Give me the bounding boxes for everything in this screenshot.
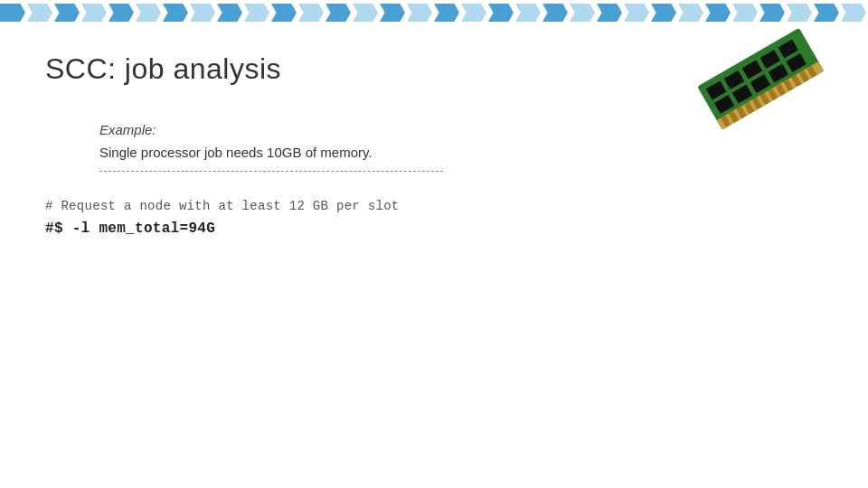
chevron-item	[298, 4, 324, 22]
chevron-item	[542, 4, 568, 22]
chevron-item	[244, 4, 269, 22]
code-line: #$ -l mem_total=94G	[45, 221, 823, 237]
example-section: Example: Single processor job needs 10GB…	[99, 122, 823, 172]
page-title: SCC: job analysis	[45, 52, 823, 86]
chevron-item	[54, 4, 80, 22]
code-section: # Request a node with at least 12 GB per…	[45, 199, 823, 237]
chevron-item	[515, 4, 541, 22]
section-divider	[99, 171, 443, 172]
chevron-item	[190, 4, 215, 22]
example-description: Single processor job needs 10GB of memor…	[99, 145, 823, 160]
main-content: SCC: job analysis Example: Single proces…	[0, 25, 868, 488]
chevron-item	[651, 4, 676, 22]
chevron-item	[271, 4, 297, 22]
chevron-item	[597, 4, 622, 22]
chevron-item	[841, 4, 866, 22]
chevron-item	[108, 4, 134, 22]
chevron-item	[407, 4, 432, 22]
chevron-item	[81, 4, 107, 22]
chevron-item	[217, 4, 242, 22]
example-label: Example:	[99, 122, 823, 137]
code-comment: # Request a node with at least 12 GB per…	[45, 199, 823, 213]
chevron-item	[326, 4, 351, 22]
chevron-item	[353, 4, 378, 22]
chevron-item	[624, 4, 649, 22]
chevron-item	[488, 4, 514, 22]
chevron-item	[27, 4, 52, 22]
chevron-item	[136, 4, 161, 22]
chevron-item	[380, 4, 405, 22]
chevron-item	[434, 4, 459, 22]
chevron-item	[570, 4, 595, 22]
chevron-item	[163, 4, 188, 22]
chevron-item	[461, 4, 486, 22]
chevron-item	[0, 4, 25, 22]
